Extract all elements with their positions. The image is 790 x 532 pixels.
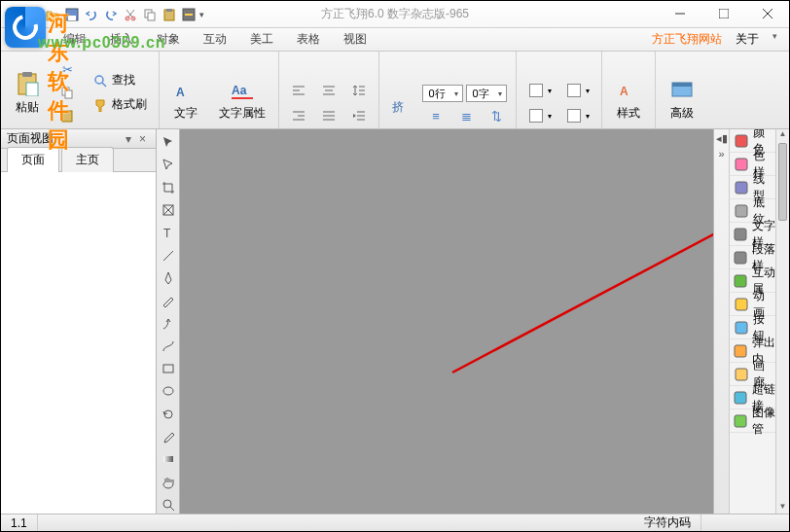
chevron-down-icon[interactable]: ▾ <box>494 89 506 98</box>
qat-save-icon[interactable] <box>63 6 81 23</box>
spacing-btn-2[interactable]: ≣ <box>452 105 480 126</box>
maximize-button[interactable] <box>701 1 745 26</box>
cut-icon: ✂ <box>59 61 75 77</box>
advanced-button[interactable]: 高级 <box>662 71 702 126</box>
line-spacing-button[interactable] <box>345 80 373 101</box>
qat-extra-icon[interactable] <box>180 6 198 23</box>
align-right-button[interactable] <box>285 105 312 126</box>
menu-view[interactable]: 视图 <box>332 28 378 51</box>
tool-line[interactable] <box>159 246 178 264</box>
tool-curve[interactable] <box>159 337 178 355</box>
color-select-3[interactable]: ▾ <box>522 105 557 126</box>
qat-copy-icon[interactable] <box>141 6 159 23</box>
rail-item-imagemgr[interactable]: 图像管 <box>730 409 775 433</box>
tool-anchor[interactable] <box>159 314 178 332</box>
text-attr-button[interactable]: Aa 文字属性 <box>212 71 272 126</box>
qat-new-icon[interactable] <box>24 6 42 23</box>
menu-interact[interactable]: 互动 <box>192 28 238 51</box>
tab-master[interactable]: 主页 <box>61 147 114 172</box>
svg-rect-11 <box>185 14 193 16</box>
menu-file[interactable]: 文件 <box>5 28 52 51</box>
qat-app-icon[interactable] <box>5 6 22 23</box>
spacing-btn-3[interactable]: ⇅ <box>483 105 510 126</box>
text-a-icon: A <box>172 76 199 103</box>
panel-menu-icon[interactable]: ▾ <box>122 132 135 146</box>
rail-scrollbar[interactable]: ▲ ▼ <box>775 129 789 514</box>
menu-table[interactable]: 表格 <box>285 28 332 51</box>
link-website[interactable]: 方正飞翔网站 <box>652 31 722 48</box>
panel-tabstrip: 页面 主页 <box>1 149 156 172</box>
tool-eyedropper[interactable] <box>159 428 178 445</box>
qat-redo-icon[interactable] <box>102 6 120 23</box>
svg-point-55 <box>163 387 173 395</box>
align-justify-button[interactable] <box>315 105 342 126</box>
scroll-up-icon[interactable]: ▲ <box>776 129 789 141</box>
panel-close-icon[interactable]: × <box>135 132 150 146</box>
row-combo[interactable]: ▾ <box>422 85 463 102</box>
spacing-btn-1[interactable]: ≡ <box>422 105 449 126</box>
color-select-2[interactable]: ▾ <box>560 80 595 101</box>
color-select-1[interactable]: ▾ <box>522 80 557 101</box>
minimize-button[interactable] <box>658 1 701 26</box>
char-input[interactable] <box>467 88 494 99</box>
rail-chevrons-icon[interactable]: » <box>716 148 728 160</box>
rail-expand-icon[interactable]: ◂▮ <box>716 132 728 144</box>
tool-pen[interactable] <box>159 269 178 287</box>
cut-button[interactable]: ✂ <box>54 58 81 80</box>
tool-select[interactable] <box>159 133 178 151</box>
format-painter-button[interactable]: 格式刷 <box>87 93 153 116</box>
style-button[interactable]: A 样式 <box>608 71 649 126</box>
align-left-button[interactable] <box>285 80 312 101</box>
chevron-down-icon[interactable]: ▾ <box>450 89 462 98</box>
tool-frame[interactable] <box>159 201 178 219</box>
svg-rect-65 <box>735 252 746 264</box>
red-arrow-annotation <box>180 129 713 514</box>
tool-direct-select[interactable] <box>159 156 178 173</box>
tool-rect[interactable] <box>159 360 178 377</box>
indent-button[interactable] <box>345 105 373 126</box>
paste-button[interactable]: 粘贴 <box>7 65 48 121</box>
find-button[interactable]: 查找 <box>87 69 153 91</box>
tool-gradient[interactable] <box>159 450 178 468</box>
text-button[interactable]: A 文字 <box>165 71 206 126</box>
scroll-thumb[interactable] <box>778 143 787 221</box>
row-input[interactable] <box>423 88 450 99</box>
clipboard-icon <box>59 108 75 124</box>
menu-edit[interactable]: 编辑 <box>52 28 98 51</box>
tool-pencil[interactable] <box>159 292 178 309</box>
qat-cut-icon[interactable] <box>122 6 139 23</box>
tab-page[interactable]: 页面 <box>7 147 59 172</box>
svg-rect-18 <box>26 83 38 96</box>
tool-text[interactable]: T <box>159 224 178 241</box>
qat-paste-icon[interactable] <box>161 6 178 23</box>
scroll-down-icon[interactable]: ▼ <box>776 502 789 514</box>
menu-object[interactable]: 对象 <box>145 28 192 51</box>
svg-rect-9 <box>166 9 172 12</box>
tool-zoom[interactable] <box>159 496 178 514</box>
color-select-4[interactable]: ▾ <box>560 105 595 126</box>
canvas[interactable] <box>180 129 713 514</box>
menu-art[interactable]: 美工 <box>238 28 285 51</box>
tool-rotate[interactable] <box>159 406 178 423</box>
clipboard-button[interactable] <box>54 105 81 126</box>
status-encoding[interactable]: 字符内码 <box>634 514 701 531</box>
qat-open-icon[interactable] <box>44 6 61 23</box>
copy-button[interactable] <box>54 82 81 103</box>
tool-hand[interactable] <box>159 473 178 490</box>
style-label: 样式 <box>617 105 640 122</box>
align-center-button[interactable] <box>315 80 342 101</box>
menu-insert[interactable]: 插入 <box>98 28 145 51</box>
qat-undo-icon[interactable] <box>83 6 100 23</box>
tool-crop[interactable] <box>159 179 178 196</box>
close-button[interactable] <box>745 1 789 26</box>
char-combo[interactable]: ▾ <box>466 85 507 102</box>
svg-rect-3 <box>68 16 76 20</box>
align-right-icon <box>291 108 306 124</box>
line-adjust-button[interactable]: 挤 <box>385 92 416 120</box>
qat-dropdown-icon[interactable]: ▾ <box>199 10 209 19</box>
ribbon: 粘贴 ✂ 查找 格式刷 A 文字 Aa 文字属性 <box>1 52 789 129</box>
link-about[interactable]: 关于 <box>736 31 759 48</box>
toolbox: T <box>157 129 180 514</box>
menubar-dropdown-icon[interactable]: ▾ <box>772 31 777 48</box>
tool-ellipse[interactable] <box>159 382 178 400</box>
